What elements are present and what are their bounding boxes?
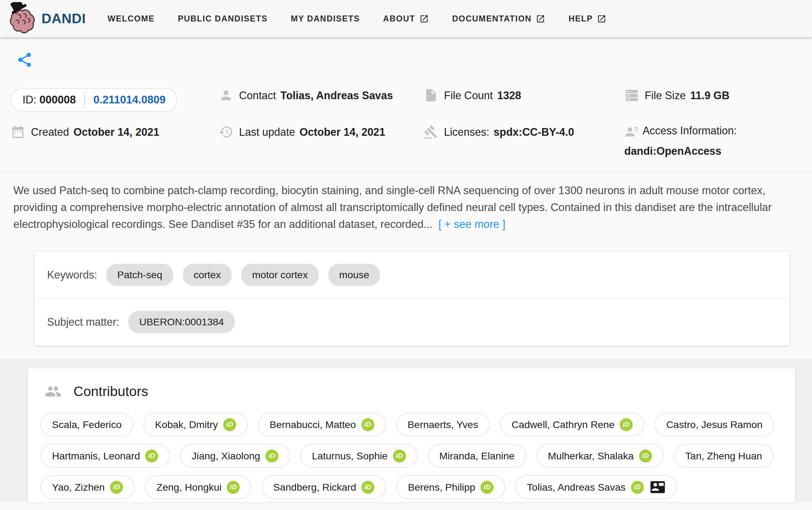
external-link-icon bbox=[536, 14, 545, 24]
contact-text: Contact Tolias, Andreas Savas bbox=[239, 89, 393, 102]
orcid-icon[interactable]: iD bbox=[620, 418, 633, 431]
file-count-cell: File Count 1328 bbox=[424, 88, 624, 103]
created-text: Created October 14, 2021 bbox=[31, 126, 159, 138]
orcid-icon[interactable]: iD bbox=[227, 481, 240, 494]
file-count-text: File Count 1328 bbox=[444, 89, 521, 102]
contributor-name: Castro, Jesus Ramon bbox=[666, 419, 762, 431]
orcid-icon[interactable]: iD bbox=[481, 481, 494, 494]
orcid-icon[interactable]: iD bbox=[145, 450, 158, 463]
contributor-chip[interactable]: Hartmanis, LeonardiD bbox=[40, 444, 170, 468]
licenses-cell: Licenses: spdx:CC-BY-4.0 bbox=[424, 125, 624, 139]
orcid-icon[interactable]: iD bbox=[361, 418, 374, 431]
contributor-chip[interactable]: Laturnus, SophieiD bbox=[300, 444, 418, 468]
contributor-row: Hartmanis, LeonardiDJiang, XiaolongiDLat… bbox=[40, 444, 785, 468]
svg-text:?: ? bbox=[634, 126, 638, 133]
id-label: ID: 000008 bbox=[22, 94, 76, 106]
section-divider bbox=[0, 171, 812, 172]
metadata-grid: ID: 000008 0.211014.0809 Contact Tolias,… bbox=[0, 88, 812, 157]
subject-matter-row: Subject matter: UBERON:0001384 bbox=[34, 298, 790, 345]
contributor-name: Jiang, Xiaolong bbox=[192, 450, 260, 462]
orcid-icon[interactable]: iD bbox=[110, 481, 123, 494]
contributors-list: Scala, FedericoKobak, DmitryiDBernabucci… bbox=[40, 413, 785, 499]
contributor-chip[interactable]: Mulherkar, ShalakaiD bbox=[536, 444, 664, 468]
dandiset-id-badge[interactable]: ID: 000008 0.211014.0809 bbox=[11, 88, 178, 112]
orcid-icon[interactable]: iD bbox=[631, 481, 644, 494]
contributor-chip[interactable]: Bernabucci, MatteoiD bbox=[258, 413, 386, 436]
contributor-row: Scala, FedericoKobak, DmitryiDBernabucci… bbox=[40, 413, 785, 436]
orcid-icon[interactable]: iD bbox=[393, 450, 406, 463]
keyword-chip[interactable]: mouse bbox=[328, 264, 380, 286]
history-icon bbox=[219, 125, 233, 139]
description: We used Patch-seq to combine patch-clamp… bbox=[13, 182, 797, 233]
contributor-chip[interactable]: Sandberg, RickardiD bbox=[262, 475, 386, 499]
brand-name: DANDI bbox=[41, 11, 86, 26]
nav-about-label: ABOUT bbox=[383, 14, 415, 24]
person-question-icon: ? bbox=[624, 125, 639, 139]
contributor-chip[interactable]: Tolias, Andreas SavasiD bbox=[515, 475, 677, 499]
contributor-chip[interactable]: Scala, Federico bbox=[40, 413, 133, 436]
external-link-icon bbox=[597, 14, 606, 24]
external-link-icon bbox=[419, 14, 429, 24]
contributor-name: Bernaerts, Yves bbox=[408, 419, 478, 431]
nav-about[interactable]: ABOUT bbox=[383, 14, 429, 24]
version-link[interactable]: 0.211014.0809 bbox=[94, 94, 166, 106]
contributors-title: Contributors bbox=[73, 384, 148, 399]
contact-cell: Contact Tolias, Andreas Savas bbox=[219, 88, 424, 103]
keywords-row: Keywords: Patch-seqcortexmotor cortexmou… bbox=[34, 251, 790, 298]
lower-band: Contributors Scala, FedericoKobak, Dmitr… bbox=[0, 359, 812, 502]
see-more-link[interactable]: [ + see more ] bbox=[438, 218, 505, 230]
contributor-chip[interactable]: Cadwell, Cathryn ReneiD bbox=[500, 413, 644, 436]
nav-welcome[interactable]: WELCOME bbox=[108, 14, 155, 24]
nav-help[interactable]: HELP bbox=[568, 14, 606, 24]
keyword-chip[interactable]: cortex bbox=[183, 264, 232, 286]
dandiset-page: ID: 000008 0.211014.0809 Contact Tolias,… bbox=[0, 37, 812, 502]
contributor-chip[interactable]: Jiang, XiaolongiD bbox=[180, 444, 290, 468]
contributor-row: Yao, ZizheniDZeng, HongkuiiDSandberg, Ri… bbox=[40, 475, 785, 499]
orcid-icon[interactable]: iD bbox=[265, 450, 278, 463]
file-size-cell: File Size 11.9 GB bbox=[624, 88, 812, 103]
contributor-name: Hartmanis, Leonard bbox=[52, 450, 140, 462]
people-icon bbox=[45, 383, 62, 400]
contributor-chip[interactable]: Tan, Zheng Huan bbox=[674, 444, 774, 468]
contributor-name: Tan, Zheng Huan bbox=[685, 450, 762, 462]
nav-help-label: HELP bbox=[568, 14, 593, 24]
contributor-chip[interactable]: Miranda, Elanine bbox=[428, 444, 526, 468]
id-cell: ID: 000008 0.211014.0809 bbox=[11, 88, 219, 112]
subject-matter-chip[interactable]: UBERON:0001384 bbox=[128, 311, 235, 333]
last-update-cell: Last update October 14, 2021 bbox=[219, 125, 424, 139]
contributor-chip[interactable]: Kobak, DmitryiD bbox=[143, 413, 248, 436]
access-label: Access Information: bbox=[643, 125, 737, 137]
share-icon[interactable] bbox=[16, 51, 33, 68]
contributor-name: Miranda, Elanine bbox=[439, 450, 515, 462]
contributors-card: Contributors Scala, FedericoKobak, Dmitr… bbox=[27, 368, 795, 502]
last-update-text: Last update October 14, 2021 bbox=[239, 126, 385, 138]
licenses-text: Licenses: spdx:CC-BY-4.0 bbox=[444, 126, 574, 138]
brand[interactable]: DANDI bbox=[7, 2, 86, 35]
created-cell: Created October 14, 2021 bbox=[11, 125, 219, 139]
keyword-chip[interactable]: Patch-seq bbox=[106, 264, 173, 286]
nav-public-dandisets[interactable]: PUBLIC DANDISETS bbox=[178, 14, 268, 24]
contributor-chip[interactable]: Zeng, HongkuiiD bbox=[145, 475, 251, 499]
keywords-card: Keywords: Patch-seqcortexmotor cortexmou… bbox=[34, 251, 790, 346]
contributor-chip[interactable]: Bernaerts, Yves bbox=[396, 413, 490, 436]
contact-card-icon bbox=[650, 481, 665, 493]
contributor-chip[interactable]: Berens, PhilippiD bbox=[396, 475, 505, 499]
app-bar: DANDI WELCOME PUBLIC DANDISETS MY DANDIS… bbox=[0, 0, 812, 37]
orcid-icon[interactable]: iD bbox=[361, 481, 374, 494]
orcid-icon[interactable]: iD bbox=[223, 418, 236, 431]
contributor-name: Zeng, Hongkui bbox=[156, 482, 221, 493]
contributor-name: Cadwell, Cathryn Rene bbox=[511, 419, 614, 431]
nav-documentation[interactable]: DOCUMENTATION bbox=[452, 14, 545, 24]
contributor-chip[interactable]: Yao, ZizheniD bbox=[40, 475, 135, 499]
nav-documentation-label: DOCUMENTATION bbox=[452, 14, 531, 24]
file-size-text: File Size 11.9 GB bbox=[645, 89, 729, 102]
contributor-name: Mulherkar, Shalaka bbox=[548, 450, 634, 462]
contributor-name: Kobak, Dmitry bbox=[155, 419, 218, 431]
contributor-chip[interactable]: Castro, Jesus Ramon bbox=[655, 413, 774, 436]
nav-my-dandisets[interactable]: MY DANDISETS bbox=[291, 14, 360, 24]
contributor-name: Laturnus, Sophie bbox=[312, 450, 388, 462]
main-nav: WELCOME PUBLIC DANDISETS MY DANDISETS AB… bbox=[108, 14, 606, 24]
orcid-icon[interactable]: iD bbox=[639, 450, 652, 463]
keyword-chip[interactable]: motor cortex bbox=[241, 264, 318, 286]
dandi-brain-logo-icon bbox=[7, 2, 37, 35]
